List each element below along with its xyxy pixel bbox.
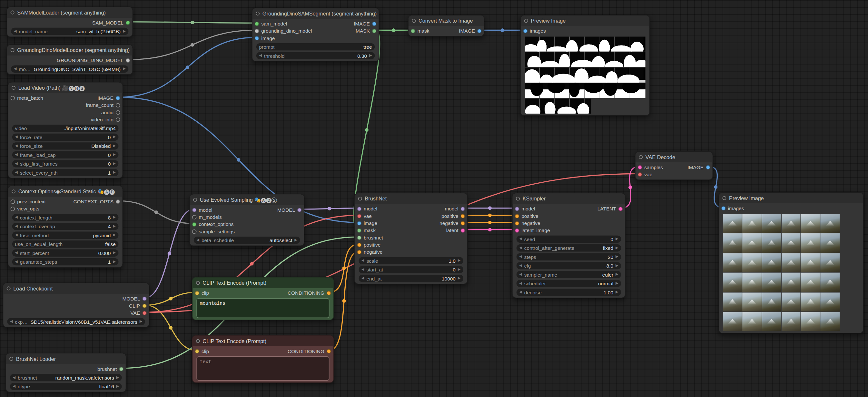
- output-slot-VAE[interactable]: VAE: [131, 309, 149, 316]
- increment-arrow-icon[interactable]: ▶: [616, 237, 618, 241]
- input-slot-view_opts[interactable]: view_opts: [8, 205, 39, 212]
- node-header[interactable]: Use Evolved Sampling 🎭🅐🅓②: [190, 195, 304, 205]
- widget-video[interactable]: video./input/AnimateDiff.mp4: [12, 124, 119, 132]
- decrement-arrow-icon[interactable]: ◀: [519, 273, 522, 276]
- node-preview-image-mask[interactable]: Preview Imageimages: [520, 15, 650, 116]
- output-slot-CONDITIONING[interactable]: CONDITIONING: [288, 347, 333, 355]
- widget-seed[interactable]: ◀seed0▶: [517, 236, 621, 243]
- input-dot-icon[interactable]: [255, 28, 259, 33]
- node-sam-model-loader[interactable]: SAMModelLoader (segment anything)SAM_MOD…: [7, 7, 133, 37]
- node-clip-text-encode-negative[interactable]: CLIP Text Encode (Prompt)clipCONDITIONIN…: [192, 335, 334, 383]
- collapse-dot-icon[interactable]: [11, 11, 14, 15]
- output-slot-SAM_MODEL[interactable]: SAM_MODEL: [92, 19, 132, 26]
- input-slot-grounding_dino_model[interactable]: grounding_dino_model: [252, 27, 312, 34]
- increment-arrow-icon[interactable]: ▶: [113, 153, 116, 157]
- input-slot-clip[interactable]: clip: [192, 289, 209, 296]
- input-slot-clip[interactable]: clip: [192, 347, 209, 355]
- increment-arrow-icon[interactable]: ▶: [458, 277, 461, 280]
- decrement-arrow-icon[interactable]: ◀: [15, 144, 18, 148]
- widget-guarantee_steps[interactable]: ◀guarantee_steps1▶: [12, 258, 119, 265]
- widget-model_name[interactable]: ◀model_namesam_vit_h (2.56GB)▶: [11, 28, 128, 35]
- output-slot-CLIP[interactable]: CLIP: [129, 302, 149, 309]
- input-dot-icon[interactable]: [255, 21, 259, 26]
- output-slot-audio[interactable]: audio: [101, 109, 122, 116]
- output-dot-icon[interactable]: [119, 367, 123, 371]
- collapse-dot-icon[interactable]: [196, 339, 200, 343]
- decrement-arrow-icon[interactable]: ◀: [15, 216, 18, 219]
- input-slot-prev_context[interactable]: prev_context: [8, 198, 46, 205]
- prompt-textarea[interactable]: text: [196, 356, 329, 381]
- widget-model_name[interactable]: ◀model_nameGroundingDINO_SwinT_OGC (694M…: [11, 65, 128, 73]
- decrement-arrow-icon[interactable]: ◀: [519, 264, 522, 267]
- widget-frame_load_cap[interactable]: ◀frame_load_cap0▶: [12, 151, 119, 159]
- input-slot-sam_model[interactable]: sam_model: [252, 20, 287, 27]
- widget-select_every_nth[interactable]: ◀select_every_nth1▶: [12, 169, 119, 176]
- input-slot-model[interactable]: model: [513, 205, 535, 212]
- widget-start_percent[interactable]: ◀start_percent0.000▶: [12, 250, 119, 257]
- output-slot-IMAGE[interactable]: IMAGE: [354, 20, 378, 27]
- input-dot-icon[interactable]: [195, 349, 199, 353]
- input-slot-negative[interactable]: negative: [513, 220, 540, 227]
- input-dot-icon[interactable]: [638, 172, 642, 176]
- increment-arrow-icon[interactable]: ▶: [113, 162, 116, 166]
- input-dot-icon[interactable]: [11, 95, 15, 100]
- input-dot-icon[interactable]: [192, 229, 197, 234]
- input-slot-negative[interactable]: negative: [355, 248, 382, 255]
- node-ksampler[interactable]: KSamplermodelLATENTpositivenegativelaten…: [512, 193, 625, 298]
- graph-canvas[interactable]: SAMModelLoader (segment anything)SAM_MOD…: [0, 0, 868, 397]
- collapse-dot-icon[interactable]: [639, 155, 643, 159]
- output-dot-icon[interactable]: [116, 117, 120, 122]
- decrement-arrow-icon[interactable]: ◀: [15, 153, 18, 157]
- node-header[interactable]: GroundingDinoModelLoader (segment anythi…: [7, 45, 132, 56]
- input-slot-positive[interactable]: positive: [513, 212, 538, 220]
- input-slot-images[interactable]: images: [521, 27, 546, 34]
- collapse-dot-icon[interactable]: [11, 86, 16, 90]
- input-dot-icon[interactable]: [195, 290, 199, 295]
- collapse-dot-icon[interactable]: [7, 287, 11, 290]
- decrement-arrow-icon[interactable]: ◀: [12, 376, 16, 379]
- node-header[interactable]: Preview Image: [719, 193, 863, 203]
- output-slot-positive[interactable]: positive: [441, 212, 467, 220]
- output-slot-brushnet[interactable]: brushnet: [97, 365, 126, 372]
- node-brushnet-loader[interactable]: BrushNet Loaderbrushnet◀brushnetrandom_m…: [5, 353, 126, 393]
- increment-arrow-icon[interactable]: ▶: [616, 264, 618, 267]
- decrement-arrow-icon[interactable]: ◀: [362, 277, 364, 280]
- output-slot-frame_count[interactable]: frame_count: [86, 101, 122, 109]
- node-grounding-dino-sam-segment[interactable]: GroundingDinoSAMSegment (segment anythin…: [252, 8, 379, 62]
- widget-context_overlap[interactable]: ◀context_overlap4▶: [12, 223, 119, 230]
- input-dot-icon[interactable]: [721, 206, 726, 210]
- input-slot-model[interactable]: model: [355, 205, 377, 212]
- decrement-arrow-icon[interactable]: ◀: [15, 260, 18, 264]
- increment-arrow-icon[interactable]: ▶: [140, 320, 143, 323]
- input-dot-icon[interactable]: [411, 28, 415, 33]
- input-slot-brushnet[interactable]: brushnet: [355, 234, 383, 241]
- decrement-arrow-icon[interactable]: ◀: [196, 238, 199, 242]
- output-slot-model[interactable]: model: [445, 205, 467, 212]
- output-slot-negative[interactable]: negative: [439, 220, 467, 227]
- input-slot-vae[interactable]: vae: [636, 171, 652, 178]
- widget-force_size[interactable]: ◀force_sizeDisabled▶: [12, 142, 119, 149]
- widget-prompt[interactable]: prompttree: [256, 43, 375, 50]
- widget-start_at[interactable]: ◀start_at0▶: [359, 266, 463, 273]
- input-slot-images[interactable]: images: [719, 204, 744, 211]
- increment-arrow-icon[interactable]: ▶: [113, 260, 116, 264]
- node-use-evolved-sampling[interactable]: Use Evolved Sampling 🎭🅐🅓②modelMODELm_mod…: [189, 194, 304, 246]
- node-header[interactable]: CLIP Text Encode (Prompt): [192, 278, 333, 288]
- output-dot-icon[interactable]: [142, 296, 147, 301]
- input-slot-mask[interactable]: mask: [355, 227, 375, 234]
- output-dot-icon[interactable]: [116, 103, 120, 107]
- output-slot-IMAGE[interactable]: IMAGE: [97, 94, 122, 101]
- decrement-arrow-icon[interactable]: ◀: [12, 385, 16, 388]
- input-slot-sample_settings[interactable]: sample_settings: [190, 228, 235, 235]
- node-header[interactable]: KSampler: [513, 193, 625, 204]
- input-dot-icon[interactable]: [515, 228, 520, 232]
- decrement-arrow-icon[interactable]: ◀: [519, 282, 522, 285]
- output-slot-IMAGE[interactable]: IMAGE: [459, 27, 484, 34]
- output-slot-MODEL[interactable]: MODEL: [277, 206, 304, 214]
- input-dot-icon[interactable]: [357, 235, 362, 240]
- widget-steps[interactable]: ◀steps20▶: [517, 253, 621, 260]
- input-slot-context_options[interactable]: context_options: [190, 221, 234, 228]
- decrement-arrow-icon[interactable]: ◀: [15, 135, 18, 139]
- output-slot-CONTEXT_OPTS[interactable]: CONTEXT_OPTS: [73, 198, 122, 205]
- prompt-textarea[interactable]: mountains: [196, 298, 329, 318]
